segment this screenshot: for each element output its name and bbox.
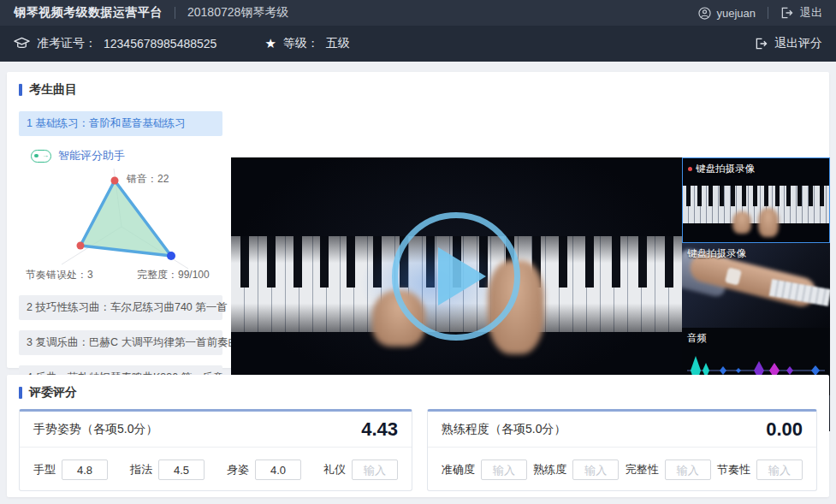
scoring-section-title: 评委评分	[19, 385, 77, 400]
accuracy-input[interactable]	[481, 460, 527, 480]
session-title: 20180728钢琴考级	[187, 5, 288, 21]
assistant-toggle-icon: →	[31, 150, 51, 163]
assistant-label: 智能评分助手	[58, 148, 125, 163]
logout-button[interactable]: 退出	[780, 5, 822, 21]
card-title: 熟练程度（各项5.0分）	[442, 422, 566, 437]
divider	[768, 7, 768, 19]
play-icon	[438, 247, 486, 305]
radar-label-completeness: 完整度：99/100	[137, 269, 210, 281]
card-score: 0.00	[766, 418, 803, 441]
card-header: 手势姿势（各项5.0分） 4.43	[20, 412, 412, 448]
exit-grading-icon	[755, 38, 768, 50]
card-title: 手势姿势（各项5.0分）	[33, 422, 157, 437]
user-name: yuejuan	[716, 7, 756, 20]
camera-angle-panels: 键盘拍摄录像 键盘拍摄录像 音频	[682, 157, 830, 395]
panel-2-label: 键盘拍摄录像	[687, 247, 746, 260]
card-fields: 准确度 熟练度 完整性 节奏性	[428, 448, 816, 492]
field-label: 指法	[130, 462, 152, 477]
field-proficiency: 熟练度	[533, 460, 619, 480]
level-label: 等级：	[283, 36, 319, 51]
app-title: 钢琴视频考级数据运营平台	[14, 5, 163, 21]
etiquette-input[interactable]	[352, 460, 398, 480]
field-label: 身姿	[227, 462, 249, 477]
field-posture: 身姿	[227, 460, 301, 480]
radar-label-wrong-notes: 错音：22	[126, 173, 169, 185]
graduation-cap-icon	[14, 37, 30, 50]
user-menu[interactable]: yuejuan	[698, 7, 756, 20]
user-icon	[698, 7, 711, 20]
level-group: ★ 等级： 五级	[264, 36, 349, 51]
rhythm-input[interactable]	[756, 460, 803, 480]
proficiency-input[interactable]	[572, 460, 619, 480]
field-fingering: 指法	[130, 460, 205, 480]
posture-input[interactable]	[255, 460, 301, 480]
field-label: 准确度	[442, 462, 475, 477]
mini-hand-graphic	[732, 211, 751, 234]
ticket-label: 准考证号：	[37, 36, 97, 51]
field-hand-shape: 手型	[33, 460, 108, 480]
main-video-player[interactable]	[231, 157, 682, 395]
hand-shape-input[interactable]	[62, 460, 108, 480]
card-score: 4.43	[361, 418, 398, 441]
smart-score-assistant[interactable]: → 智能评分助手	[31, 148, 222, 163]
field-label: 手型	[33, 462, 56, 477]
song-item-2[interactable]: 2 技巧性练习曲：车尔尼练习曲740 第一首	[19, 295, 222, 320]
level-value: 五级	[326, 36, 350, 51]
field-etiquette: 礼仪	[323, 460, 398, 480]
radar-polygon	[80, 181, 171, 256]
panel-1-label: 键盘拍摄录像	[688, 163, 755, 175]
completeness-input[interactable]	[665, 460, 711, 480]
field-label: 礼仪	[323, 462, 346, 477]
exit-grading-label: 退出评分	[774, 36, 822, 51]
ticket-number: 12345678985488525	[104, 37, 216, 50]
fingering-input[interactable]	[158, 460, 205, 480]
song-item-3[interactable]: 3 复调乐曲：巴赫C 大调平均律第一首前奏曲	[19, 330, 222, 355]
scoring-title-text: 评委评分	[29, 385, 77, 400]
title-accent-bar	[19, 84, 22, 96]
mini-hand-graphic	[758, 208, 779, 237]
radar-label-rhythm-errors: 节奏错误处：3	[26, 269, 93, 281]
audio-panel-label: 音频	[687, 332, 707, 345]
gesture-posture-card: 手势姿势（各项5.0分） 4.43 手型 指法 身姿 礼仪	[19, 409, 412, 491]
ticket-group: 准考证号： 12345678985488525	[14, 36, 216, 51]
field-label: 节奏性	[717, 462, 750, 477]
star-icon: ★	[264, 36, 276, 51]
songs-section-title: 考生曲目	[19, 82, 222, 98]
field-accuracy: 准确度	[442, 460, 527, 480]
top-header-bar: 钢琴视频考级数据运营平台 20180728钢琴考级 yuejuan 退出	[0, 0, 836, 26]
keyboard-camera-panel-1[interactable]: 键盘拍摄录像	[682, 157, 830, 243]
candidate-songs-sidebar: 考生曲目 1 基础练习：音阶和琶音基础练习 → 智能评分助手 错音：22 节奏错…	[19, 82, 222, 390]
radar-dot-wrong-notes	[111, 177, 119, 185]
proficiency-card: 熟练程度（各项5.0分） 0.00 准确度 熟练度 完整性 节奏性	[427, 409, 817, 491]
logout-icon	[780, 7, 793, 19]
field-label: 完整性	[626, 462, 659, 477]
logout-label: 退出	[800, 5, 822, 21]
exam-main-panel: 考生曲目 1 基础练习：音阶和琶音基础练习 → 智能评分助手 错音：22 节奏错…	[7, 72, 829, 368]
radar-dot-completeness	[167, 252, 175, 260]
divider	[175, 7, 175, 19]
card-header: 熟练程度（各项5.0分） 0.00	[428, 412, 816, 448]
radar-dot-rhythm-errors	[77, 242, 85, 250]
field-rhythm: 节奏性	[717, 460, 803, 480]
exam-info-bar: 准考证号： 12345678985488525 ★ 等级： 五级 退出评分	[0, 26, 836, 62]
keyboard-camera-panel-2[interactable]: 键盘拍摄录像	[682, 243, 830, 328]
recording-dot-icon	[688, 167, 692, 171]
card-fields: 手型 指法 身姿 礼仪	[20, 448, 412, 492]
field-label: 熟练度	[533, 462, 566, 477]
exit-grading-button[interactable]: 退出评分	[755, 36, 822, 51]
title-accent-bar	[19, 387, 22, 399]
field-completeness: 完整性	[626, 460, 711, 480]
radar-chart: 错音：22 节奏错误处：3 完整度：99/100	[19, 167, 222, 285]
song-item-1[interactable]: 1 基础练习：音阶和琶音基础练习	[19, 111, 222, 136]
judge-scoring-panel: 评委评分 手势姿势（各项5.0分） 4.43 手型 指法 身姿 礼仪	[7, 375, 829, 497]
songs-title-text: 考生曲目	[29, 82, 77, 98]
mini-keyboard-graphic	[683, 186, 829, 223]
play-button[interactable]	[392, 212, 520, 341]
